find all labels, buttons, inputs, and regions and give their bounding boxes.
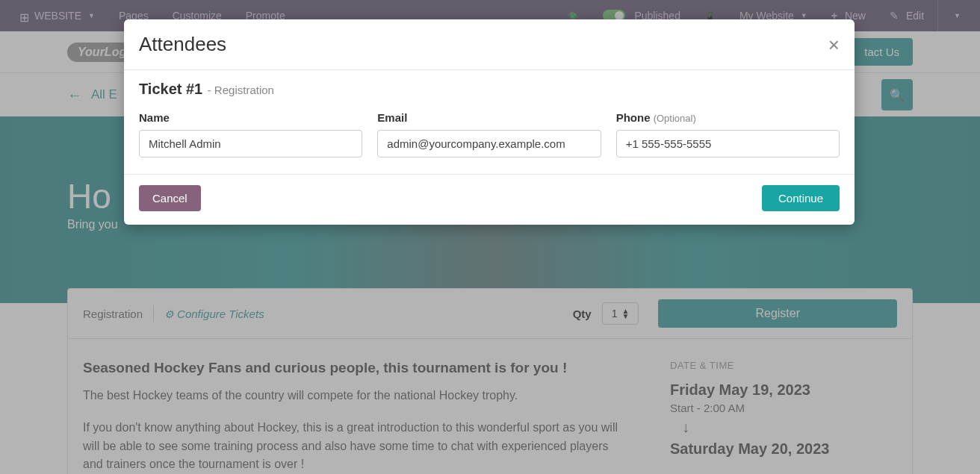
ticket-heading: Ticket #1: [139, 81, 202, 97]
phone-optional-text: (Optional): [654, 113, 696, 124]
modal-header: Attendees ×: [124, 19, 855, 70]
modal-footer: Cancel Continue: [124, 174, 855, 225]
close-button[interactable]: ×: [828, 35, 840, 54]
phone-input[interactable]: [616, 130, 840, 158]
email-input[interactable]: [377, 130, 601, 158]
cancel-button[interactable]: Cancel: [139, 185, 201, 211]
modal-body: Ticket #1 - Registration Name Email Phon…: [124, 70, 855, 174]
phone-label: Phone (Optional): [616, 111, 840, 124]
email-label: Email: [377, 111, 601, 124]
phone-label-text: Phone: [616, 111, 651, 124]
ticket-subheading: - Registration: [208, 84, 274, 96]
name-label: Name: [139, 111, 362, 124]
continue-button[interactable]: Continue: [762, 185, 840, 211]
modal-title: Attendees: [139, 33, 226, 56]
name-input[interactable]: [139, 130, 362, 158]
attendees-modal: Attendees × Ticket #1 - Registration Nam…: [124, 19, 855, 225]
